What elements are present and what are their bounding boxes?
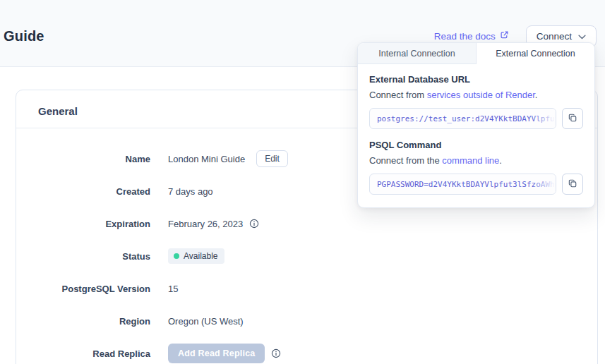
edit-name-button[interactable]: Edit: [256, 150, 288, 167]
psql-command-field[interactable]: PGPASSWORD=d2V4YKktBDAYVlpfut3lSfzoAWhwb…: [369, 174, 556, 195]
field-row-expiration: Expiration February 26, 2023: [16, 207, 575, 240]
field-label: Read Replica: [16, 348, 150, 359]
external-database-url-value: postgres://test_user:d2V4YKktBDAYVlpfut3…: [377, 114, 556, 123]
field-label: Status: [16, 251, 150, 262]
expiration-date: February 26, 2023: [168, 219, 243, 229]
field-row-region: Region Oregon (US West): [16, 305, 575, 337]
field-label: Expiration: [16, 219, 150, 229]
field-row-status: Status Available: [16, 240, 575, 272]
field-value: February 26, 2023: [168, 219, 259, 229]
psql-command-desc: Connect from the command line.: [369, 155, 583, 166]
psql-command-value: PGPASSWORD=d2V4YKktBDAYVlpfut3lSfzoAWhwb…: [377, 180, 556, 189]
field-value: Add Read Replica: [168, 344, 281, 363]
read-the-docs-link[interactable]: Read the docs: [434, 30, 509, 42]
field-row-postgresql-version: PostgreSQL Version 15: [16, 272, 575, 305]
command-line-link[interactable]: command line: [442, 155, 499, 166]
info-icon[interactable]: [249, 219, 259, 229]
external-link-icon: [500, 30, 509, 42]
external-database-url-field[interactable]: postgres://test_user:d2V4YKktBDAYVlpfut3…: [369, 108, 556, 129]
field-value: Available: [168, 248, 224, 264]
external-url-row: postgres://test_user:d2V4YKktBDAYVlpfut3…: [369, 108, 583, 129]
tab-external-connection[interactable]: External Connection: [477, 43, 594, 64]
page-title: Guide: [4, 28, 44, 44]
field-value: 7 days ago: [168, 186, 213, 197]
copy-icon: [568, 113, 577, 125]
status-badge-label: Available: [184, 251, 217, 261]
copy-psql-command-button[interactable]: [562, 174, 583, 195]
status-dot-icon: [174, 253, 179, 259]
connect-button-label: Connect: [537, 31, 572, 42]
field-label: Region: [16, 316, 150, 327]
psql-command-row: PGPASSWORD=d2V4YKktBDAYVlpfut3lSfzoAWhwb…: [369, 174, 583, 195]
services-outside-render-link[interactable]: services outside of Render: [427, 90, 535, 100]
chevron-down-icon: [578, 31, 586, 42]
read-the-docs-label: Read the docs: [434, 31, 496, 42]
connect-popover-body: External Database URL Connect from servi…: [358, 64, 594, 195]
tab-internal-connection[interactable]: Internal Connection: [358, 43, 477, 64]
add-read-replica-button[interactable]: Add Read Replica: [168, 344, 265, 363]
desc-text: Connect from the: [369, 155, 442, 166]
external-database-url-desc: Connect from services outside of Render.: [369, 90, 583, 100]
desc-text: .: [535, 90, 538, 100]
field-value: 15: [168, 284, 178, 294]
field-row-read-replica: Read Replica Add Read Replica: [16, 337, 575, 364]
field-value: London Mini Guide: [168, 154, 245, 164]
field-label: Name: [16, 154, 150, 164]
page: Guide Read the docs Connect: [0, 0, 605, 364]
field-label: Created: [16, 186, 150, 197]
copy-external-url-button[interactable]: [562, 108, 583, 129]
status-badge: Available: [168, 248, 224, 264]
psql-command-heading: PSQL Command: [369, 140, 583, 150]
desc-text: .: [499, 155, 502, 166]
connection-tabs: Internal Connection External Connection: [358, 43, 594, 64]
connect-popover: Internal Connection External Connection …: [357, 42, 595, 208]
copy-icon: [568, 178, 577, 190]
info-icon[interactable]: [271, 348, 281, 358]
external-database-url-heading: External Database URL: [369, 74, 583, 85]
desc-text: Connect from: [369, 90, 427, 100]
field-label: PostgreSQL Version: [16, 284, 150, 294]
field-value: Oregon (US West): [168, 316, 244, 327]
